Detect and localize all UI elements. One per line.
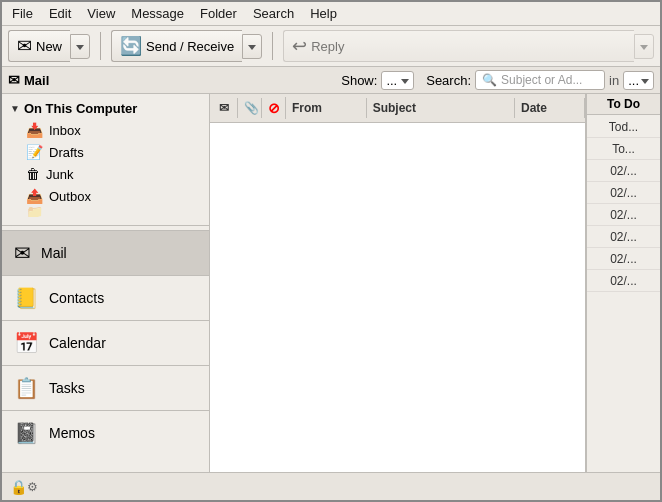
reply-button[interactable]: ↩ Reply — [283, 30, 634, 62]
mail-text: Mail — [24, 73, 49, 88]
menu-folder[interactable]: Folder — [194, 4, 243, 23]
read-status-col-icon: ✉ — [219, 101, 229, 115]
outbox-icon: 📤 — [26, 188, 43, 204]
todo-item-7: 02/... — [587, 249, 660, 270]
search-area: Search: 🔍 Subject or Ad... in ... — [426, 70, 654, 90]
junk-label: Junk — [46, 167, 73, 182]
show-label: Show: — [341, 73, 377, 88]
nav-memos-icon: 📓 — [14, 421, 39, 445]
todo-items: Tod... To... 02/... 02/... 02/... 02/...… — [587, 115, 660, 294]
nav-mail-label: Mail — [41, 245, 67, 261]
status-bar: ✉ Mail Show: ... Search: 🔍 Subject or Ad… — [2, 67, 660, 94]
search-icon: 🔍 — [482, 73, 497, 87]
col-header-date[interactable]: Date — [515, 98, 585, 118]
sidebar-item-inbox[interactable]: 📥 Inbox — [2, 119, 209, 141]
nav-contacts-icon: 📒 — [14, 286, 39, 310]
inbox-label: Inbox — [49, 123, 81, 138]
drafts-icon: 📝 — [26, 144, 43, 160]
toolbar-sep-2 — [272, 32, 273, 60]
col-header-priority: ⊘ — [262, 97, 286, 119]
email-body-empty — [210, 123, 585, 472]
in-dropdown-arrow-icon — [641, 73, 649, 88]
menu-file[interactable]: File — [6, 4, 39, 23]
nav-contacts-label: Contacts — [49, 290, 104, 306]
bottom-bar: 🔒 ⚙ — [2, 472, 660, 500]
todo-header: To Do — [587, 94, 660, 115]
menu-help[interactable]: Help — [304, 4, 343, 23]
outbox-label: Outbox — [49, 189, 91, 204]
attachment-col-icon: 📎 — [244, 101, 259, 115]
nav-item-memos[interactable]: 📓 Memos — [2, 410, 209, 455]
search-label: Search: — [426, 73, 471, 88]
todo-item-2: To... — [587, 139, 660, 160]
nav-item-contacts[interactable]: 📒 Contacts — [2, 275, 209, 320]
reply-dropdown-arrow-icon — [640, 39, 648, 54]
todo-item-4: 02/... — [587, 183, 660, 204]
show-area: Show: ... — [341, 71, 414, 90]
todo-item-8: 02/... — [587, 271, 660, 292]
sidebar-item-hidden: 📁 — [2, 207, 209, 217]
col-header-attach: 📎 — [238, 98, 262, 118]
todo-item-5: 02/... — [587, 205, 660, 226]
todo-panel: To Do Tod... To... 02/... 02/... 02/... … — [586, 94, 660, 472]
nav-tasks-label: Tasks — [49, 380, 85, 396]
content-pane: ✉ 📎 ⊘ From Subject Date To Do — [210, 94, 660, 472]
collapse-arrow-icon: ▼ — [10, 103, 20, 114]
main-window: File Edit View Message Folder Search Hel… — [0, 0, 662, 502]
send-receive-icon: 🔄 — [120, 35, 142, 57]
menu-edit[interactable]: Edit — [43, 4, 77, 23]
todo-item-3: 02/... — [587, 161, 660, 182]
hidden-folder-icon: 📁 — [26, 207, 43, 217]
sidebar-divider-1 — [2, 225, 209, 226]
in-value: ... — [628, 73, 639, 88]
reply-dropdown-button[interactable] — [634, 34, 654, 59]
todo-item-6: 02/... — [587, 227, 660, 248]
show-dropdown-arrow-icon — [401, 73, 409, 88]
show-value: ... — [386, 73, 397, 88]
nav-item-mail[interactable]: ✉ Mail — [2, 230, 209, 275]
send-receive-dropdown-arrow-icon — [248, 39, 256, 54]
new-dropdown-arrow-icon — [76, 39, 84, 54]
nav-memos-label: Memos — [49, 425, 95, 441]
in-dropdown[interactable]: ... — [623, 71, 654, 90]
nav-tasks-icon: 📋 — [14, 376, 39, 400]
main-area: ▼ On This Computer 📥 Inbox 📝 Drafts 🗑 Ju… — [2, 94, 660, 472]
new-icon: ✉ — [17, 35, 32, 57]
send-receive-dropdown-button[interactable] — [242, 34, 262, 59]
sidebar-section-label: On This Computer — [24, 101, 137, 116]
sidebar-item-drafts[interactable]: 📝 Drafts — [2, 141, 209, 163]
menu-search[interactable]: Search — [247, 4, 300, 23]
nav-item-calendar[interactable]: 📅 Calendar — [2, 320, 209, 365]
reply-label: Reply — [311, 39, 344, 54]
nav-calendar-icon: 📅 — [14, 331, 39, 355]
sidebar-section-computer: ▼ On This Computer 📥 Inbox 📝 Drafts 🗑 Ju… — [2, 94, 209, 221]
lock-icon: 🔒 — [10, 479, 27, 495]
sidebar: ▼ On This Computer 📥 Inbox 📝 Drafts 🗑 Ju… — [2, 94, 210, 472]
junk-icon: 🗑 — [26, 166, 40, 182]
show-dropdown[interactable]: ... — [381, 71, 414, 90]
col-header-read: ✉ — [210, 98, 238, 118]
inbox-icon: 📥 — [26, 122, 43, 138]
menu-view[interactable]: View — [81, 4, 121, 23]
sidebar-header-computer[interactable]: ▼ On This Computer — [2, 98, 209, 119]
nav-mail-icon: ✉ — [14, 241, 31, 265]
priority-col-icon: ⊘ — [268, 100, 280, 116]
new-dropdown-button[interactable] — [70, 34, 90, 59]
toolbar-sep-1 — [100, 32, 101, 60]
toolbar: ✉ New 🔄 Send / Receive ↩ Reply — [2, 26, 660, 67]
search-box[interactable]: 🔍 Subject or Ad... — [475, 70, 605, 90]
in-label: in — [609, 73, 619, 88]
todo-item-1: Tod... — [587, 117, 660, 138]
new-button[interactable]: ✉ New — [8, 30, 70, 62]
menu-message[interactable]: Message — [125, 4, 190, 23]
col-header-subject[interactable]: Subject — [367, 98, 515, 118]
sidebar-item-junk[interactable]: 🗑 Junk — [2, 163, 209, 185]
reply-icon: ↩ — [292, 35, 307, 57]
nav-calendar-label: Calendar — [49, 335, 106, 351]
nav-item-tasks[interactable]: 📋 Tasks — [2, 365, 209, 410]
new-label: New — [36, 39, 62, 54]
email-list: ✉ 📎 ⊘ From Subject Date — [210, 94, 586, 472]
sidebar-item-outbox[interactable]: 📤 Outbox — [2, 185, 209, 207]
send-receive-button[interactable]: 🔄 Send / Receive — [111, 30, 242, 62]
col-header-from[interactable]: From — [286, 98, 367, 118]
